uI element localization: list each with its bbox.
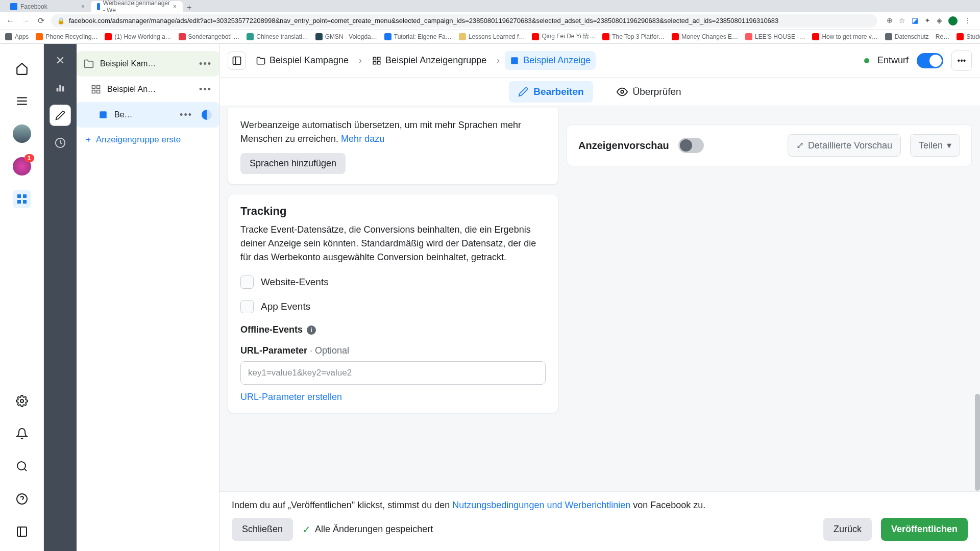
new-tab-button[interactable]: + bbox=[183, 3, 195, 12]
close-icon[interactable] bbox=[50, 50, 70, 70]
bookmark-item[interactable]: LEE'S HOUSE -… bbox=[745, 33, 805, 40]
extension-icon[interactable]: ◪ bbox=[912, 16, 918, 26]
svg-rect-22 bbox=[92, 90, 95, 93]
bookmark-item[interactable]: Tutorial: Eigene Fa… bbox=[384, 33, 452, 40]
svg-point-7 bbox=[20, 399, 23, 403]
bookmark-item[interactable]: Qing Fei De Yi 情… bbox=[532, 32, 595, 41]
bookmark-item[interactable]: Phone Recycling… bbox=[36, 33, 97, 40]
more-icon[interactable]: ••• bbox=[199, 84, 212, 95]
menu-icon[interactable]: ⋮ bbox=[964, 16, 971, 26]
close-button[interactable]: Schließen bbox=[232, 518, 293, 541]
close-icon[interactable]: × bbox=[173, 3, 177, 10]
zoom-icon[interactable]: ⊕ bbox=[887, 16, 893, 26]
search-icon[interactable] bbox=[13, 457, 31, 475]
bookmark-item[interactable]: The Top 3 Platfor… bbox=[602, 33, 665, 40]
lock-icon: 🔒 bbox=[57, 17, 65, 24]
star-icon[interactable]: ☆ bbox=[899, 16, 905, 26]
learn-more-link[interactable]: Mehr dazu bbox=[341, 134, 384, 144]
bookmark-item[interactable]: Lessons Learned f… bbox=[459, 33, 525, 40]
tab-edit[interactable]: Bearbeiten bbox=[509, 81, 593, 103]
subtabs: Bearbeiten Überprüfen bbox=[219, 78, 980, 106]
app-events-checkbox[interactable]: App Events bbox=[240, 300, 546, 313]
svg-rect-5 bbox=[17, 200, 21, 204]
menu-icon[interactable] bbox=[13, 92, 31, 110]
terms-link[interactable]: Nutzungsbedingungen und Werberichtlinien bbox=[452, 500, 630, 510]
more-icon[interactable]: ••• bbox=[951, 51, 972, 71]
bookmark-item[interactable]: GMSN - Vologda… bbox=[315, 33, 377, 40]
active-toggle[interactable] bbox=[917, 53, 943, 68]
panel-toggle-icon[interactable] bbox=[228, 52, 246, 70]
preview-toggle[interactable] bbox=[678, 138, 704, 153]
forward-icon[interactable]: → bbox=[20, 16, 31, 26]
url-param-label: URL-Parameter · Optional bbox=[240, 345, 546, 356]
more-icon[interactable]: ••• bbox=[180, 110, 192, 120]
bookmark-item[interactable]: Sonderangebot! … bbox=[179, 33, 240, 40]
svg-rect-23 bbox=[97, 90, 100, 93]
puzzle-icon[interactable]: ✦ bbox=[924, 16, 930, 26]
facebook-icon bbox=[10, 3, 17, 10]
back-icon[interactable]: ← bbox=[5, 16, 15, 26]
crumb-ad[interactable]: Beispiel Anzeige bbox=[505, 51, 596, 70]
apps-button[interactable]: Apps bbox=[5, 33, 29, 40]
bookmark-item[interactable]: How to get more v… bbox=[812, 33, 877, 40]
gear-icon[interactable] bbox=[13, 392, 31, 410]
svg-rect-20 bbox=[92, 86, 95, 89]
saved-indicator: ✓ Alle Änderungen gespeichert bbox=[302, 523, 433, 536]
add-languages-button[interactable]: Sprachen hinzufügen bbox=[240, 153, 346, 174]
btn-label: Teilen bbox=[919, 140, 943, 151]
more-icon[interactable]: ••• bbox=[199, 59, 212, 69]
lang-desc: Werbeanzeige automatisch übersetzen, um … bbox=[240, 120, 521, 144]
tab-review[interactable]: Überprüfen bbox=[607, 81, 691, 103]
shield-icon[interactable]: ◈ bbox=[937, 16, 942, 26]
tree-adset[interactable]: Beispiel An… ••• bbox=[77, 77, 219, 102]
url-parameter-input[interactable] bbox=[240, 361, 546, 385]
bookmark-item[interactable]: Datenschutz – Re… bbox=[885, 33, 949, 40]
crumb-campaign[interactable]: Beispiel Kampagne bbox=[251, 51, 354, 70]
tracking-title: Tracking bbox=[240, 205, 546, 218]
browser-tab-1[interactable]: Werbeanzeigenmanager - We × bbox=[91, 1, 183, 12]
bookmark-item[interactable]: (1) How Working a… bbox=[105, 33, 171, 40]
grid-icon[interactable] bbox=[13, 190, 31, 208]
add-adset-link[interactable]: + Anzeigengruppe erste bbox=[77, 128, 219, 152]
url-bar[interactable]: 🔒 facebook.com/adsmanager/manage/ads/edi… bbox=[51, 14, 877, 28]
account-avatar[interactable]: 1 bbox=[13, 157, 31, 176]
browser-tab-0[interactable]: Facebook × bbox=[4, 1, 91, 12]
tree-ad[interactable]: Be… ••• bbox=[77, 102, 219, 128]
main-area: Beispiel Kampagne › Beispiel Anzeigengru… bbox=[219, 44, 980, 551]
reload-icon[interactable]: ⟳ bbox=[36, 16, 46, 26]
clock-icon[interactable] bbox=[50, 133, 70, 153]
collapse-icon[interactable] bbox=[13, 522, 31, 541]
avatar[interactable] bbox=[13, 124, 31, 143]
home-icon[interactable] bbox=[13, 59, 31, 78]
bookmark-item[interactable]: Money Changes E… bbox=[672, 33, 738, 40]
publish-button[interactable]: Veröffentlichen bbox=[881, 518, 968, 541]
info-icon[interactable]: i bbox=[307, 325, 316, 335]
website-events-checkbox[interactable]: Website-Events bbox=[240, 276, 546, 289]
tab-label: Bearbeiten bbox=[533, 86, 583, 97]
edit-icon[interactable] bbox=[50, 105, 70, 126]
checkbox-icon bbox=[240, 300, 254, 313]
close-icon[interactable]: × bbox=[81, 3, 85, 10]
crumb-label: Beispiel Anzeigengruppe bbox=[385, 55, 486, 66]
chevron-down-icon: ▾ bbox=[947, 140, 951, 151]
tree-campaign[interactable]: Beispiel Kam… ••• bbox=[77, 51, 219, 77]
bookmark-item[interactable]: Student Wants an… bbox=[957, 33, 980, 40]
scrollbar-thumb[interactable] bbox=[975, 394, 980, 491]
bookmark-item[interactable]: Chinese translati… bbox=[247, 33, 308, 40]
adset-icon bbox=[91, 84, 101, 94]
detailed-preview-button[interactable]: ⤢ Detaillierte Vorschau bbox=[788, 134, 901, 157]
bell-icon[interactable] bbox=[13, 424, 31, 443]
avatar-icon[interactable] bbox=[948, 16, 958, 26]
back-button[interactable]: Zurück bbox=[823, 518, 872, 541]
expand-icon: ⤢ bbox=[796, 140, 804, 151]
chart-icon[interactable] bbox=[50, 78, 70, 98]
languages-card: Werbeanzeige automatisch übersetzen, um … bbox=[228, 108, 558, 185]
eye-icon bbox=[617, 86, 628, 97]
checkbox-icon bbox=[240, 276, 254, 289]
svg-rect-12 bbox=[17, 527, 27, 536]
create-url-param-link[interactable]: URL-Parameter erstellen bbox=[240, 392, 342, 403]
crumb-adset[interactable]: Beispiel Anzeigengruppe bbox=[367, 51, 492, 70]
share-button[interactable]: Teilen ▾ bbox=[910, 134, 960, 157]
help-icon[interactable] bbox=[13, 490, 31, 508]
facebook-icon bbox=[97, 3, 100, 10]
